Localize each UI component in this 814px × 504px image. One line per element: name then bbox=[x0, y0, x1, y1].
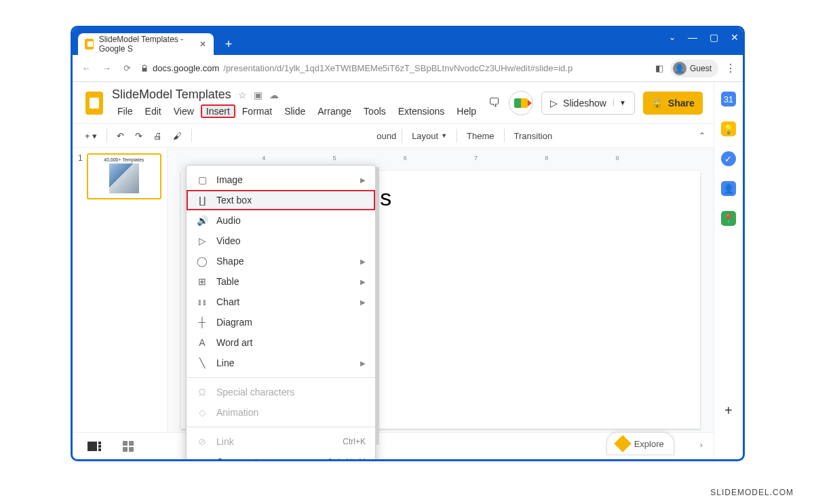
submenu-arrow-icon: ▶ bbox=[360, 360, 366, 367]
menu-item-chart[interactable]: ⫾⫾Chart▶ bbox=[187, 292, 375, 312]
transition-button[interactable]: Transition bbox=[510, 128, 557, 144]
chevron-down-icon[interactable]: ⌄ bbox=[669, 33, 676, 42]
lock-icon bbox=[140, 64, 149, 73]
insert-menu: ▢Image▶∐Text box🔊Audio▷Video◯Shape▶⊞Tabl… bbox=[186, 165, 376, 461]
maximize-button[interactable]: ▢ bbox=[710, 32, 718, 43]
filmstrip-view-button[interactable] bbox=[86, 441, 102, 452]
svg-rect-1 bbox=[98, 442, 101, 444]
menu-extensions[interactable]: Extensions bbox=[393, 104, 450, 118]
shape-icon: ◯ bbox=[196, 255, 208, 267]
forward-button[interactable]: → bbox=[100, 62, 113, 75]
explore-button[interactable]: Explore bbox=[606, 432, 674, 455]
side-panel-toggle[interactable]: › bbox=[699, 440, 702, 450]
keep-icon[interactable]: 💡 bbox=[721, 121, 736, 136]
star-icon[interactable]: ☆ bbox=[238, 90, 247, 100]
menu-item-diagram[interactable]: ┼Diagram bbox=[187, 312, 375, 332]
menu-arrange[interactable]: Arrange bbox=[312, 104, 357, 118]
add-addon-button[interactable]: + bbox=[724, 403, 733, 419]
menu-item-audio[interactable]: 🔊Audio bbox=[187, 210, 375, 231]
menu-insert[interactable]: Insert bbox=[201, 104, 235, 118]
new-tab-button[interactable]: + bbox=[219, 35, 238, 54]
menu-shortcut: Ctrl+K bbox=[343, 437, 366, 446]
url-field[interactable]: docs.google.com/presentation/d/1ylk_1qd1… bbox=[140, 63, 648, 73]
slide-number: 1 bbox=[78, 153, 83, 199]
menu-item-label: Diagram bbox=[216, 317, 252, 328]
undo-button[interactable]: ↶ bbox=[113, 128, 128, 144]
tasks-icon[interactable]: ✓ bbox=[721, 151, 736, 166]
window-controls: ⌄ — ▢ ✕ bbox=[669, 32, 739, 43]
minimize-button[interactable]: — bbox=[688, 32, 697, 43]
calendar-icon[interactable]: 31 bbox=[721, 92, 736, 106]
image-icon: ▢ bbox=[196, 174, 208, 186]
extensions-icon[interactable]: ◧ bbox=[655, 63, 663, 73]
slideshow-button[interactable]: ▷ Slideshow ▼ bbox=[541, 92, 635, 115]
menu-tools[interactable]: Tools bbox=[358, 104, 391, 118]
browser-menu-icon[interactable]: ⋮ bbox=[725, 62, 736, 75]
menu-item-special-characters: ΩSpecial characters bbox=[187, 382, 375, 402]
back-button[interactable]: ← bbox=[79, 62, 93, 75]
contacts-icon[interactable]: 👤 bbox=[721, 181, 736, 196]
play-icon: ▷ bbox=[550, 98, 558, 109]
menu-item-video[interactable]: ▷Video bbox=[187, 231, 375, 251]
menu-shortcut: Ctrl+Alt+M bbox=[327, 457, 366, 461]
menu-item-word-art[interactable]: AWord art bbox=[187, 332, 375, 353]
slideshow-caret[interactable]: ▼ bbox=[613, 99, 626, 106]
comment-history-icon[interactable]: 🗨 bbox=[488, 96, 501, 110]
menu-item-label: Chart bbox=[216, 296, 239, 307]
menu-item-comment[interactable]: ⊞CommentCtrl+Alt+M bbox=[187, 452, 375, 461]
line-icon: ╲ bbox=[196, 357, 208, 369]
menu-item-table[interactable]: ⊞Table▶ bbox=[187, 271, 375, 292]
slides-app: SlideModel Templates ☆ ▣ ☁ FileEditViewI… bbox=[73, 82, 743, 459]
submenu-arrow-icon: ▶ bbox=[360, 258, 366, 265]
toolbar-collapse-icon[interactable]: ⌃ bbox=[699, 131, 705, 140]
maps-icon[interactable]: 📍 bbox=[721, 211, 736, 226]
menu-item-label: Comment bbox=[216, 457, 258, 461]
tab-close-icon[interactable]: ✕ bbox=[199, 39, 207, 49]
theme-button[interactable]: Theme bbox=[463, 128, 498, 144]
menu-item-label: Line bbox=[216, 357, 234, 368]
menu-item-line[interactable]: ╲Line▶ bbox=[187, 353, 375, 373]
redo-button[interactable]: ↷ bbox=[131, 128, 147, 144]
menu-item-text-box[interactable]: ∐Text box bbox=[187, 190, 375, 210]
close-button[interactable]: ✕ bbox=[731, 32, 739, 43]
menu-item-shape[interactable]: ◯Shape▶ bbox=[187, 251, 375, 271]
paint-format-button[interactable]: 🖌 bbox=[169, 128, 186, 144]
menu-scrollbar[interactable] bbox=[375, 167, 379, 445]
special-characters-icon: Ω bbox=[196, 386, 208, 398]
new-slide-button[interactable]: + ▾ bbox=[81, 128, 101, 144]
browser-window: SlideModel Templates - Google S ✕ + ⌄ — … bbox=[71, 26, 745, 461]
menu-item-label: Text box bbox=[216, 195, 252, 206]
slideshow-label: Slideshow bbox=[563, 98, 606, 109]
address-bar: ← → ⟳ docs.google.com/presentation/d/1yl… bbox=[73, 55, 743, 82]
cloud-status-icon[interactable]: ☁ bbox=[269, 90, 279, 100]
move-icon[interactable]: ▣ bbox=[254, 90, 263, 100]
reload-button[interactable]: ⟳ bbox=[120, 62, 134, 75]
workspace: 1 40,000+ Templates 456789 000+ Template… bbox=[73, 148, 714, 432]
menu-slide[interactable]: Slide bbox=[279, 104, 311, 118]
menu-item-link: ⊘LinkCtrl+K bbox=[187, 431, 375, 452]
grid-view-button[interactable] bbox=[120, 441, 136, 452]
print-button[interactable]: 🖨 bbox=[149, 128, 166, 144]
menu-help[interactable]: Help bbox=[451, 104, 482, 118]
submenu-arrow-icon: ▶ bbox=[360, 176, 366, 184]
share-button[interactable]: 🔒 Share bbox=[643, 92, 703, 115]
slides-favicon bbox=[85, 39, 94, 50]
doc-title[interactable]: SlideModel Templates bbox=[112, 88, 231, 102]
slides-logo[interactable] bbox=[83, 90, 105, 117]
tab-title: SlideModel Templates - Google S bbox=[99, 35, 194, 54]
slide-thumbnail[interactable]: 40,000+ Templates bbox=[87, 153, 161, 199]
menu-view[interactable]: View bbox=[168, 104, 199, 118]
browser-tab[interactable]: SlideModel Templates - Google S ✕ bbox=[78, 33, 214, 55]
meet-button[interactable] bbox=[509, 91, 533, 115]
svg-rect-3 bbox=[98, 448, 101, 451]
background-button-partial[interactable]: ound bbox=[376, 131, 396, 141]
menu-format[interactable]: Format bbox=[237, 104, 277, 118]
comment-icon: ⊞ bbox=[196, 456, 208, 461]
svg-rect-2 bbox=[98, 445, 101, 448]
profile-badge[interactable]: 👤 Guest bbox=[670, 60, 718, 77]
layout-button[interactable]: Layout▼ bbox=[408, 128, 451, 144]
menu-item-image[interactable]: ▢Image▶ bbox=[187, 170, 375, 190]
share-label: Share bbox=[668, 98, 695, 109]
menu-file[interactable]: File bbox=[112, 104, 138, 118]
menu-edit[interactable]: Edit bbox=[140, 104, 167, 118]
